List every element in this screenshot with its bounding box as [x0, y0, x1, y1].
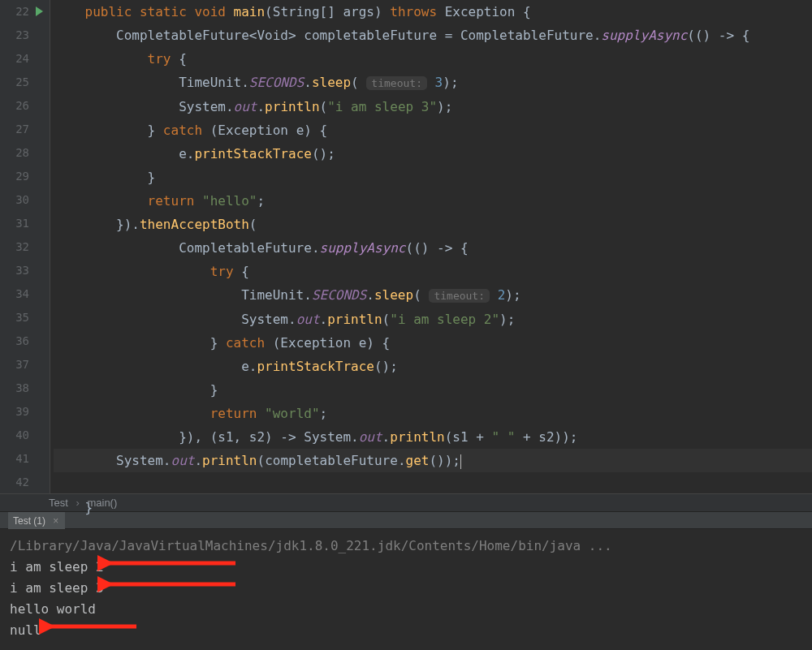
line-number: 40: [0, 424, 31, 447]
code-line[interactable]: e.printStackTrace();: [54, 359, 398, 374]
console-output-line: hello world: [10, 599, 812, 620]
code-line[interactable]: return "hello";: [54, 193, 265, 209]
code-line[interactable]: e.printStackTrace();: [54, 146, 335, 161]
code-area[interactable]: public static void main(String[] args) t…: [50, 0, 812, 493]
run-gutter-icon[interactable]: [36, 6, 43, 16]
run-console[interactable]: /Library/Java/JavaVirtualMachines/jdk1.8…: [0, 529, 812, 650]
gutter-icon-strip: [31, 0, 50, 493]
line-number: 31: [0, 212, 31, 235]
line-number-gutter: 2223242526272829303132333435363738394041…: [0, 0, 31, 493]
code-line[interactable]: CompletableFuture.supplyAsync(() -> {: [54, 240, 469, 256]
chevron-right-icon: ›: [76, 497, 79, 509]
line-number: 26: [0, 94, 31, 118]
code-line[interactable]: }), (s1, s2) -> System.out.println(s1 + …: [54, 429, 577, 445]
code-line[interactable]: }: [54, 382, 218, 398]
code-line[interactable]: } catch (Exception e) {: [54, 123, 327, 138]
run-tab-label: Test (1): [13, 515, 45, 527]
line-number: 35: [0, 306, 31, 329]
line-number: 42: [0, 471, 31, 494]
line-number: 33: [0, 259, 31, 282]
breadcrumb-method[interactable]: main(): [87, 497, 117, 509]
console-output-line: i am sleep 2: [10, 557, 812, 578]
code-line[interactable]: TimeUnit.SECONDS.sleep( timeout: 2);: [54, 287, 521, 303]
text-caret: [460, 454, 461, 469]
line-number: 25: [0, 71, 31, 94]
line-number: 41: [0, 447, 31, 471]
code-line[interactable]: System.out.println(completableFuture.get…: [54, 449, 812, 472]
line-number: 39: [0, 400, 31, 424]
line-number: 23: [0, 24, 31, 47]
code-line[interactable]: public static void main(String[] args) t…: [54, 4, 531, 19]
console-command: /Library/Java/JavaVirtualMachines/jdk1.8…: [10, 536, 812, 557]
code-editor[interactable]: 2223242526272829303132333435363738394041…: [0, 0, 812, 493]
run-tab[interactable]: Test (1) ×: [8, 512, 65, 530]
line-number: 28: [0, 141, 31, 165]
code-line[interactable]: } catch (Exception e) {: [54, 335, 390, 351]
code-line[interactable]: try {: [54, 51, 187, 67]
console-output-line: i am sleep 3: [10, 578, 812, 599]
line-number: 29: [0, 165, 31, 188]
line-number: 27: [0, 118, 31, 141]
line-number: 30: [0, 188, 31, 212]
line-number: 24: [0, 47, 31, 71]
line-number: 38: [0, 377, 31, 400]
line-number: 22: [0, 0, 31, 24]
code-line[interactable]: }: [54, 170, 155, 185]
close-icon[interactable]: ×: [53, 515, 58, 527]
code-line[interactable]: return "world";: [54, 406, 327, 421]
line-number: 32: [0, 235, 31, 259]
code-line[interactable]: CompletableFuture<Void> completableFutur…: [54, 28, 749, 43]
code-line[interactable]: System.out.println("i am sleep 2");: [54, 312, 515, 327]
console-output-line: null: [10, 620, 812, 641]
line-number: 37: [0, 353, 31, 377]
inlay-hint: timeout:: [366, 76, 427, 90]
code-line[interactable]: }).thenAcceptBoth(: [54, 217, 257, 232]
code-line[interactable]: TimeUnit.SECONDS.sleep( timeout: 3);: [54, 75, 459, 90]
inlay-hint: timeout:: [429, 289, 490, 303]
line-number: 34: [0, 282, 31, 306]
breadcrumb-class[interactable]: Test: [49, 497, 68, 509]
code-line[interactable]: try {: [54, 264, 249, 279]
line-number: 36: [0, 329, 31, 353]
code-line[interactable]: System.out.println("i am sleep 3");: [54, 99, 452, 114]
